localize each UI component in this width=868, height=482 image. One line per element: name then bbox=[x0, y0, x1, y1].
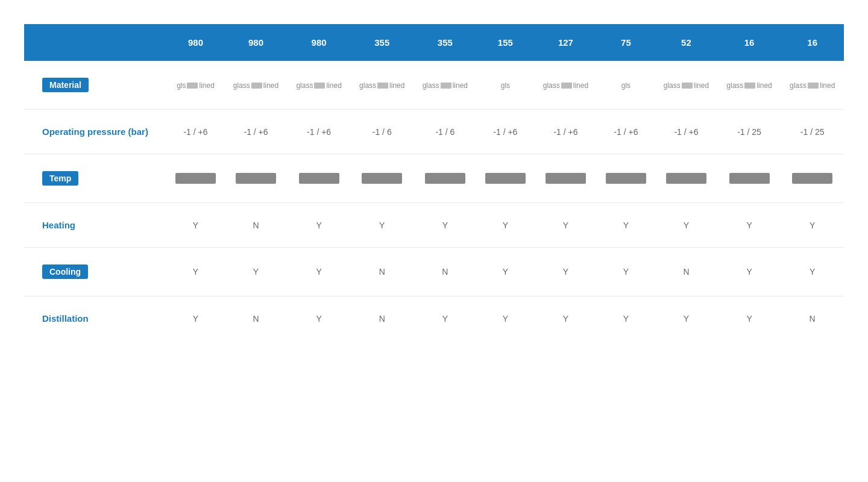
header-col-3: 355 bbox=[350, 24, 414, 61]
header-col-2: 980 bbox=[288, 24, 351, 61]
cell-r5-c8: Y bbox=[655, 296, 718, 341]
table-row: CoolingYYYNNYYYNYY bbox=[24, 248, 844, 296]
row-label-1: Operating pressure (bar) bbox=[24, 110, 167, 154]
cell-r0-c0: glslined bbox=[167, 61, 224, 110]
cell-r1-c8: -1 / +6 bbox=[655, 110, 718, 154]
cell-r4-c1: Y bbox=[224, 248, 288, 296]
cell-r2-c8: ██████ bbox=[655, 154, 718, 203]
cell-r5-c1: N bbox=[224, 296, 288, 341]
cell-r3-c2: Y bbox=[288, 203, 351, 248]
header-col-1: 980 bbox=[224, 24, 288, 61]
cell-r3-c4: Y bbox=[414, 203, 477, 248]
cell-r4-c9: Y bbox=[718, 248, 781, 296]
cell-r4-c0: Y bbox=[167, 248, 224, 296]
cell-r3-c6: Y bbox=[534, 203, 597, 248]
cell-r4-c5: Y bbox=[477, 248, 534, 296]
cell-r5-c9: Y bbox=[718, 296, 781, 341]
cell-r0-c9: glasslined bbox=[718, 61, 781, 110]
header-col-7: 75 bbox=[597, 24, 655, 61]
cell-r0-c5: gls bbox=[477, 61, 534, 110]
cell-r0-c3: glasslined bbox=[350, 61, 414, 110]
cell-r1-c10: -1 / 25 bbox=[781, 110, 844, 154]
cell-r2-c10: ██████ bbox=[781, 154, 844, 203]
header-row: 98098098035535515512775521616 bbox=[24, 24, 844, 61]
cell-r3-c1: N bbox=[224, 203, 288, 248]
cell-r1-c4: -1 / 6 bbox=[414, 110, 477, 154]
cell-r0-c8: glasslined bbox=[655, 61, 718, 110]
cell-r0-c10: glasslined bbox=[781, 61, 844, 110]
cell-r1-c0: -1 / +6 bbox=[167, 110, 224, 154]
row-label-badge: Material bbox=[42, 78, 89, 92]
table-row: Temp████████████████████████████████████… bbox=[24, 154, 844, 203]
cell-r2-c7: ██████ bbox=[597, 154, 655, 203]
cell-r4-c6: Y bbox=[534, 248, 597, 296]
cell-r0-c1: glasslined bbox=[224, 61, 288, 110]
cell-r3-c7: Y bbox=[597, 203, 655, 248]
cell-r1-c9: -1 / 25 bbox=[718, 110, 781, 154]
cell-r2-c2: ██████ bbox=[288, 154, 351, 203]
header-col-4: 355 bbox=[414, 24, 477, 61]
cell-r4-c3: N bbox=[350, 248, 414, 296]
cell-r5-c5: Y bbox=[477, 296, 534, 341]
row-label-5: Distillation bbox=[24, 296, 167, 341]
cell-r5-c3: N bbox=[350, 296, 414, 341]
cell-r2-c9: ██████ bbox=[718, 154, 781, 203]
cell-r3-c5: Y bbox=[477, 203, 534, 248]
table-row: Operating pressure (bar)-1 / +6-1 / +6-1… bbox=[24, 110, 844, 154]
cell-r5-c7: Y bbox=[597, 296, 655, 341]
row-label-badge: Cooling bbox=[42, 264, 88, 279]
header-col-9: 16 bbox=[718, 24, 781, 61]
cell-r5-c10: N bbox=[781, 296, 844, 341]
cell-r1-c6: -1 / +6 bbox=[534, 110, 597, 154]
cell-r1-c7: -1 / +6 bbox=[597, 110, 655, 154]
cell-r0-c6: glasslined bbox=[534, 61, 597, 110]
cell-r0-c7: gls bbox=[597, 61, 655, 110]
header-col-0: 980 bbox=[167, 24, 224, 61]
cell-r2-c4: ██████ bbox=[414, 154, 477, 203]
cell-r4-c7: Y bbox=[597, 248, 655, 296]
cell-r3-c10: Y bbox=[781, 203, 844, 248]
cell-r2-c6: ██████ bbox=[534, 154, 597, 203]
header-col-6: 127 bbox=[534, 24, 597, 61]
row-label-3: Heating bbox=[24, 203, 167, 248]
cell-r0-c4: glasslined bbox=[414, 61, 477, 110]
cell-r3-c0: Y bbox=[167, 203, 224, 248]
cell-r3-c8: Y bbox=[655, 203, 718, 248]
row-label-badge: Temp bbox=[42, 171, 78, 186]
cell-r1-c1: -1 / +6 bbox=[224, 110, 288, 154]
cell-r5-c2: Y bbox=[288, 296, 351, 341]
cell-r0-c2: glasslined bbox=[288, 61, 351, 110]
cell-r3-c3: Y bbox=[350, 203, 414, 248]
table-wrapper: 98098098035535515512775521616 Materialgl… bbox=[0, 0, 868, 365]
cell-r4-c2: Y bbox=[288, 248, 351, 296]
cell-r2-c5: ██████ bbox=[477, 154, 534, 203]
header-label bbox=[24, 24, 167, 61]
header-col-10: 16 bbox=[781, 24, 844, 61]
row-label-0: Material bbox=[24, 61, 167, 110]
cell-r4-c10: Y bbox=[781, 248, 844, 296]
cell-r5-c4: Y bbox=[414, 296, 477, 341]
cell-r4-c8: N bbox=[655, 248, 718, 296]
cell-r2-c1: ██████ bbox=[224, 154, 288, 203]
cell-r4-c4: N bbox=[414, 248, 477, 296]
header-col-8: 52 bbox=[655, 24, 718, 61]
row-label-2: Temp bbox=[24, 154, 167, 203]
comparison-table: 98098098035535515512775521616 Materialgl… bbox=[24, 24, 844, 340]
table-row: DistillationYNYNYYYYYYN bbox=[24, 296, 844, 341]
cell-r5-c0: Y bbox=[167, 296, 224, 341]
cell-r1-c3: -1 / 6 bbox=[350, 110, 414, 154]
table-row: HeatingYNYYYYYYYYY bbox=[24, 203, 844, 248]
cell-r2-c3: ██████ bbox=[350, 154, 414, 203]
cell-r1-c5: -1 / +6 bbox=[477, 110, 534, 154]
table-row: Materialglslinedglasslinedglasslinedglas… bbox=[24, 61, 844, 110]
cell-r2-c0: ██████ bbox=[167, 154, 224, 203]
header-col-5: 155 bbox=[477, 24, 534, 61]
cell-r5-c6: Y bbox=[534, 296, 597, 341]
cell-r3-c9: Y bbox=[718, 203, 781, 248]
cell-r1-c2: -1 / +6 bbox=[288, 110, 351, 154]
row-label-4: Cooling bbox=[24, 248, 167, 296]
